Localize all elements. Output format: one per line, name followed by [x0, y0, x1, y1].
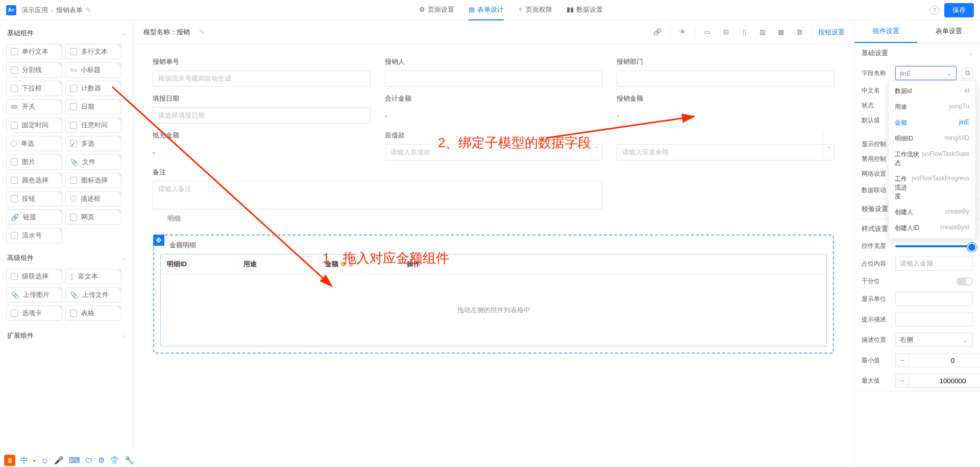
tab-component-settings[interactable]: 组件设置 [854, 20, 917, 43]
group-advanced[interactable]: 高级组件⌄ [5, 249, 128, 267]
comp-radio[interactable]: 单选 [6, 136, 62, 151]
copy-icon[interactable]: ⧉ [962, 67, 973, 79]
nav-data-settings[interactable]: ▮▮数据设置 [567, 0, 603, 20]
comp-desc[interactable]: ⓘ描述框 [65, 191, 121, 206]
input-person[interactable] [385, 71, 603, 87]
detail-container[interactable]: ✥ 金额明细 明细ID 用途 金额⚙🗑 操作 拖动左侧的组件到表格中 [153, 235, 834, 354]
group-ext[interactable]: 扩展组件› [5, 327, 128, 344]
detail-header: 明细ID 用途 金额⚙🗑 操作 [161, 254, 826, 274]
comp-checkbox[interactable]: ✓多选 [65, 136, 121, 151]
comp-date[interactable]: 日期 [65, 99, 121, 114]
tippos-select[interactable]: 右侧⌄ [895, 333, 973, 347]
comp-rich[interactable]: T富文本 [65, 269, 121, 284]
tool-layout2-icon[interactable]: ⊟ [720, 26, 732, 38]
comp-tabs[interactable]: 选项卡 [6, 306, 62, 321]
comp-select[interactable]: 下拉框 [6, 81, 62, 96]
dropdown-option[interactable]: 金额jinE [889, 115, 975, 131]
comp-upimg[interactable]: 📎上传图片 [6, 287, 62, 302]
input-remark[interactable]: 请输入备注 [153, 181, 603, 209]
move-handle-icon[interactable]: ✥ [153, 235, 164, 246]
dropdown-option[interactable]: 数据idid [889, 83, 975, 99]
comp-text[interactable]: 单行文本 [6, 44, 62, 59]
stepper-icon[interactable]: ⌄ [591, 131, 602, 160]
chevron-down-icon: ⌄ [121, 255, 126, 262]
comp-counter[interactable]: 计数器 [65, 81, 121, 96]
comp-file[interactable]: 📎文件 [65, 154, 121, 170]
gear-icon[interactable]: ⚙ [340, 261, 346, 268]
model-name-label: 模型名称：报销 [143, 28, 190, 37]
sogou-icon[interactable]: S [4, 455, 15, 466]
trash-icon[interactable]: 🗑 [348, 261, 354, 268]
value-offset: - [153, 144, 371, 160]
edit-title-icon[interactable]: ✎ [86, 6, 91, 14]
value-total: - [385, 107, 603, 124]
comp-link[interactable]: 🔗链接 [6, 209, 62, 225]
save-button[interactable]: 保存 [944, 3, 974, 17]
chevron-right-icon: › [124, 333, 126, 339]
comp-subtitle[interactable]: Aa小标题 [65, 62, 121, 78]
tool-link-icon[interactable]: 🔗 [651, 26, 664, 38]
input-serial[interactable]: 根据流水号规则自动生成 [153, 71, 371, 87]
dropdown-option[interactable]: 创建人IDcreateById [889, 220, 975, 236]
tool-delete-icon[interactable]: 🗑 [793, 26, 805, 38]
comp-web[interactable]: 网页 [65, 209, 121, 225]
nav-form-design[interactable]: ▤表单设计 [469, 0, 504, 20]
input-dept[interactable] [617, 71, 835, 87]
tool-preview-icon[interactable]: 👁 [676, 26, 689, 38]
chevron-down-icon: ⌄ [121, 30, 126, 37]
crumb-page: 报销表单 [56, 6, 83, 15]
max-stepper[interactable]: −+ [895, 373, 980, 388]
input-refund[interactable]: 请输入应退余额 [617, 144, 835, 160]
tab-form-settings[interactable]: 表单设置 [917, 20, 980, 43]
comp-icon[interactable]: 图标选择 [65, 173, 121, 188]
comp-switch[interactable]: 开关 [6, 99, 62, 114]
comp-color[interactable]: 颜色选择 [6, 173, 62, 188]
detail-drop-zone[interactable]: 拖动左侧的组件到表格中 [161, 274, 826, 346]
tool-layout1-icon[interactable]: ▭ [701, 26, 714, 38]
app-icon: A≡ [6, 5, 16, 15]
dropdown-option[interactable]: 明细IDmingXiID [889, 131, 975, 147]
group-basic[interactable]: 基础组件⌄ [5, 25, 128, 42]
nav-page-settings[interactable]: ⚙页面设置 [419, 0, 454, 20]
detail-col-amount[interactable]: 金额⚙🗑 [319, 254, 401, 274]
comp-anytime[interactable]: 任意时间 [65, 118, 121, 133]
width-slider[interactable] [895, 245, 973, 247]
tool-layout3-icon[interactable]: ▯ [738, 26, 750, 38]
value-reimb: - [617, 107, 835, 124]
comp-table[interactable]: 表格 [65, 306, 121, 321]
field-dropdown: 数据idid用途yongTu金额jinE明细IDmingXiID工作流状态jvs… [888, 81, 976, 239]
comp-image[interactable]: 图片 [6, 154, 62, 170]
unit-input[interactable] [895, 292, 973, 306]
dropdown-option[interactable]: 用途yongTu [889, 99, 975, 115]
comp-serial[interactable]: 流水号 [6, 228, 62, 243]
dropdown-option[interactable]: 工作流进度jvsFlowTaskProgress [889, 171, 975, 204]
detail-title: 金额明细 [169, 241, 827, 250]
comp-cascader[interactable]: 级联选择 [6, 269, 62, 284]
comp-upfile[interactable]: 📎上传文件 [65, 287, 121, 302]
comp-button[interactable]: 按钮 [6, 191, 62, 206]
top-nav: ⚙页面设置 ▤表单设计 ♀页面权限 ▮▮数据设置 [91, 0, 930, 20]
crumb-app[interactable]: 演示应用 [21, 6, 48, 15]
comp-divider[interactable]: 分割线 [6, 62, 62, 78]
section-basic[interactable]: 基础设置⌄ [854, 43, 980, 63]
comp-fixedtime[interactable]: 固定时间 [6, 118, 62, 133]
min-stepper[interactable]: −+ [895, 353, 980, 367]
dropdown-option[interactable]: 工作流状态jvsFlowTaskState [889, 147, 975, 171]
fieldset-legend: 明细 [162, 214, 186, 223]
placeholder-input[interactable]: 请输入金额 [895, 256, 973, 271]
button-config-link[interactable]: 按钮设置 [818, 28, 845, 37]
stepper-icon[interactable]: ⌄ [823, 131, 834, 160]
tool-layout4-icon[interactable]: ▥ [756, 26, 769, 38]
help-icon[interactable]: ? [930, 6, 939, 15]
breadcrumb: 演示应用 › 报销表单 ✎ [21, 6, 91, 15]
nav-page-perm[interactable]: ♀页面权限 [518, 0, 552, 20]
tip-input[interactable] [895, 312, 973, 326]
thousand-switch[interactable] [957, 277, 973, 286]
tool-layout5-icon[interactable]: ▦ [775, 26, 787, 38]
input-loan[interactable]: 请输入原借款 [385, 144, 603, 160]
comp-textarea[interactable]: 多行文本 [65, 44, 121, 59]
edit-model-icon[interactable]: ✎ [199, 28, 205, 36]
dropdown-option[interactable]: 创建人createBy [889, 204, 975, 220]
input-date[interactable]: 请选择填报日期 [153, 107, 371, 124]
field-name-select[interactable]: jinE⌄ [895, 66, 957, 80]
